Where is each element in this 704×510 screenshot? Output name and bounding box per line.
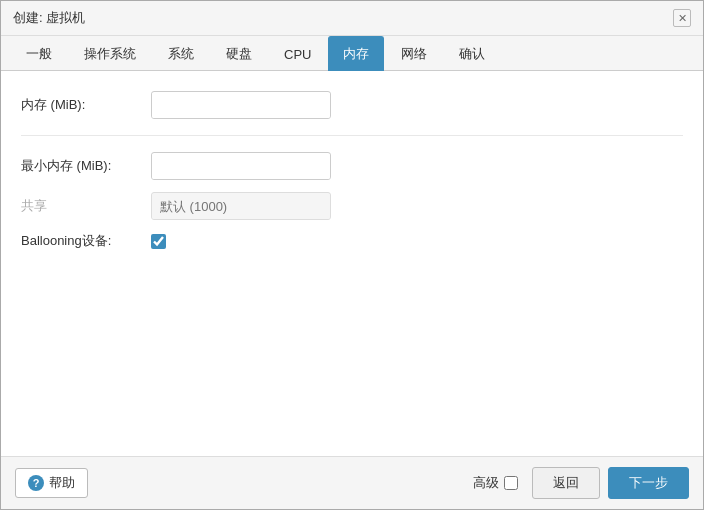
dialog-title: 创建: 虚拟机 [13,9,85,27]
footer: ? 帮助 高级 返回 下一步 [1,456,703,509]
memory-label: 内存 (MiB): [21,96,151,114]
next-button[interactable]: 下一步 [608,467,689,499]
tab-os[interactable]: 操作系统 [69,36,151,71]
title-bar: 创建: 虚拟机 ✕ [1,1,703,36]
tab-bar: 一般 操作系统 系统 硬盘 CPU 内存 网络 确认 [1,36,703,71]
tab-memory[interactable]: 内存 [328,36,384,71]
min-memory-input-spinner: 2048 ▲ ▼ [151,152,331,180]
ballooning-label: Ballooning设备: [21,232,151,250]
footer-right: 高级 返回 下一步 [473,467,689,499]
footer-left: ? 帮助 [15,468,88,498]
ballooning-row: Ballooning设备: [21,232,683,250]
share-input-spinner: ▲ ▼ [151,192,331,220]
advanced-checkbox[interactable] [504,476,518,490]
tab-disk[interactable]: 硬盘 [211,36,267,71]
tab-general[interactable]: 一般 [11,36,67,71]
back-button[interactable]: 返回 [532,467,600,499]
memory-input[interactable]: 2048 [152,93,331,118]
memory-input-spinner: 2048 ▲ ▼ [151,91,331,119]
min-memory-label: 最小内存 (MiB): [21,157,151,175]
advanced-label: 高级 [473,474,499,492]
tab-network[interactable]: 网络 [386,36,442,71]
dialog: 创建: 虚拟机 ✕ 一般 操作系统 系统 硬盘 CPU 内存 网络 确认 内存 … [0,0,704,510]
tab-system[interactable]: 系统 [153,36,209,71]
help-button[interactable]: ? 帮助 [15,468,88,498]
min-memory-input[interactable]: 2048 [152,154,331,179]
help-icon: ? [28,475,44,491]
tab-confirm[interactable]: 确认 [444,36,500,71]
content-area: 内存 (MiB): 2048 ▲ ▼ 最小内存 (MiB): 2048 ▲ ▼ [1,71,703,456]
ballooning-checkbox[interactable] [151,234,166,249]
advanced-area: 高级 [473,474,518,492]
share-row: 共享 ▲ ▼ [21,192,683,220]
share-label: 共享 [21,197,151,215]
ballooning-checkbox-wrapper [151,234,166,249]
min-memory-row: 最小内存 (MiB): 2048 ▲ ▼ [21,152,683,180]
share-input [152,194,331,219]
close-button[interactable]: ✕ [673,9,691,27]
help-label: 帮助 [49,474,75,492]
memory-row: 内存 (MiB): 2048 ▲ ▼ [21,91,683,136]
tab-cpu[interactable]: CPU [269,38,326,70]
